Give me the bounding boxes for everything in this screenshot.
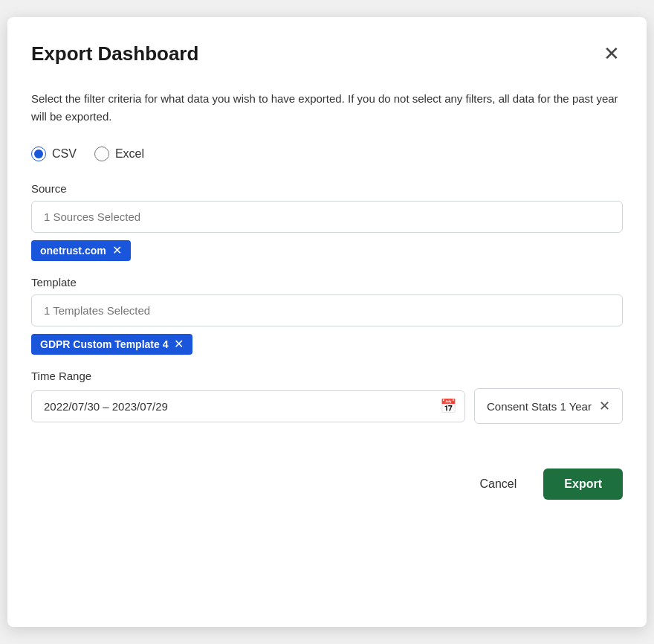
csv-radio[interactable] (31, 146, 46, 161)
source-label: Source (31, 182, 623, 195)
preset-tag-label: Consent Stats 1 Year (487, 400, 592, 413)
time-range-field-group: Time Range 📅 Consent Stats 1 Year ✕ (31, 370, 623, 424)
format-radio-group: CSV Excel (31, 146, 623, 161)
template-tag-close-button[interactable]: ✕ (174, 338, 184, 350)
export-dashboard-dialog: Export Dashboard ✕ Select the filter cri… (7, 17, 647, 627)
dialog-footer: Cancel Export (31, 468, 623, 500)
preset-tag-close-button[interactable]: ✕ (599, 398, 610, 414)
source-field-group: Source onetrust.com ✕ (31, 182, 623, 261)
template-tag-label: GDPR Custom Template 4 (40, 338, 168, 350)
source-tag-label: onetrust.com (40, 245, 106, 257)
close-button[interactable]: ✕ (600, 41, 623, 66)
source-input[interactable] (31, 201, 623, 233)
template-tag: GDPR Custom Template 4 ✕ (31, 334, 192, 355)
csv-label: CSV (52, 147, 77, 161)
cancel-button[interactable]: Cancel (465, 470, 532, 498)
preset-tag: Consent Stats 1 Year ✕ (474, 388, 623, 424)
source-tag-close-button[interactable]: ✕ (112, 245, 122, 257)
time-range-label: Time Range (31, 370, 623, 382)
csv-radio-option[interactable]: CSV (31, 146, 77, 161)
time-range-row: 📅 Consent Stats 1 Year ✕ (31, 388, 623, 424)
export-button[interactable]: Export (543, 468, 623, 500)
date-input-wrapper: 📅 (31, 390, 465, 422)
dialog-title: Export Dashboard (31, 42, 198, 65)
date-range-input[interactable] (31, 390, 465, 422)
template-input[interactable] (31, 294, 623, 326)
excel-radio[interactable] (94, 146, 109, 161)
source-tag: onetrust.com ✕ (31, 240, 131, 261)
dialog-header: Export Dashboard ✕ (31, 41, 623, 66)
excel-radio-option[interactable]: Excel (94, 146, 144, 161)
template-field-group: Template GDPR Custom Template 4 ✕ (31, 276, 623, 355)
dialog-description: Select the filter criteria for what data… (31, 90, 623, 126)
excel-label: Excel (115, 147, 144, 161)
template-label: Template (31, 276, 623, 289)
